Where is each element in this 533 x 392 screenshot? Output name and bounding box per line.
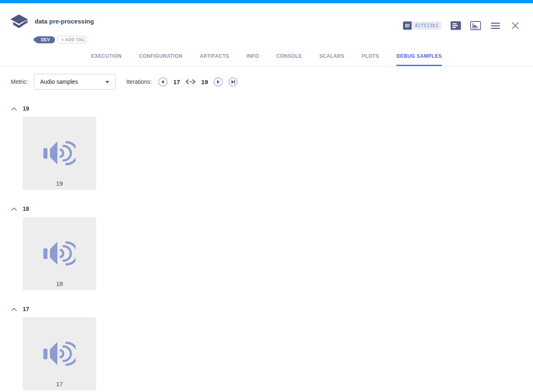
tab[interactable]: PLOTS [362, 53, 379, 66]
details-list-icon [450, 21, 461, 30]
iteration-range-end: 19 [201, 78, 208, 85]
experiment-header: data pre-processing DEV + ADD TAG [0, 3, 533, 66]
sample-caption: 18 [23, 280, 96, 287]
experiment-detail-window: COMPLETED data pre-processing DEV [0, 0, 533, 392]
id-badge: ID [403, 21, 412, 30]
audio-sample-card[interactable]: 17 [23, 317, 96, 390]
metric-label: Metric: [11, 78, 28, 85]
tab-bar: EXECUTION CONFIGURATION ARTIFACTS INFO C… [0, 53, 533, 66]
iteration-range-start: 17 [173, 78, 180, 85]
add-tag-label: + ADD TAG [62, 38, 85, 42]
audio-speaker-icon [43, 340, 76, 366]
iterations-label: Iterations: [126, 78, 152, 85]
sample-caption: 19 [23, 180, 96, 187]
metric-select[interactable]: Audio samples [34, 74, 116, 90]
menu-button[interactable] [490, 21, 501, 31]
hamburger-menu-icon [490, 22, 500, 29]
iteration-controls: 17 19 [158, 77, 237, 87]
histogram-chart-icon [470, 21, 481, 30]
tab[interactable]: CONSOLE [276, 53, 302, 66]
next-iterations-button[interactable] [213, 77, 223, 87]
iteration-section-header: 17 [11, 305, 533, 313]
id-value: 41f513b1 [412, 21, 441, 30]
tab-label: DEBUG SAMPLES [396, 53, 442, 59]
previous-iterations-button[interactable] [158, 77, 168, 87]
audio-sample-card[interactable]: 19 [23, 117, 96, 190]
collapse-chevron-icon[interactable] [11, 307, 17, 311]
iteration-section-header: 18 [11, 205, 533, 213]
add-tag-button[interactable]: + ADD TAG [57, 36, 89, 43]
iteration-section: 18 18 [11, 205, 533, 290]
top-accent-bar [0, 0, 533, 3]
tab-label: SCALARS [319, 53, 344, 59]
header-actions: ID 41f513b1 [403, 21, 521, 31]
metric-selected-value: Audio samples [40, 78, 78, 85]
tab-label: INFO [246, 53, 259, 59]
experiment-id-chip: ID 41f513b1 [403, 21, 441, 30]
tab-label: ARTIFACTS [200, 53, 229, 59]
tab-label: EXECUTION [91, 53, 122, 59]
sample-caption: 17 [23, 380, 96, 387]
iteration-number: 17 [23, 306, 29, 312]
page-title: data pre-processing [35, 14, 94, 25]
tag-chip[interactable]: DEV [35, 36, 55, 43]
tab[interactable]: SCALARS [319, 53, 344, 66]
tab[interactable]: INFO [246, 53, 259, 66]
tab-label: CONSOLE [276, 53, 302, 59]
metrics-view-button[interactable] [470, 21, 481, 31]
debug-samples-list: 19 19 [0, 104, 533, 390]
tab[interactable]: EXECUTION [91, 53, 122, 66]
iteration-section-header: 19 [11, 104, 533, 113]
iteration-section: 17 17 [11, 305, 533, 390]
iteration-section: 19 19 [11, 104, 533, 190]
collapse-chevron-icon[interactable] [11, 107, 17, 111]
audio-sample-card[interactable]: 18 [23, 217, 96, 290]
iteration-number: 19 [23, 105, 29, 112]
audio-speaker-icon [43, 240, 76, 266]
iteration-range-arrow-icon [185, 79, 196, 84]
close-icon [511, 21, 519, 30]
tags-row: DEV + ADD TAG [35, 36, 533, 43]
collapse-chevron-icon[interactable] [11, 207, 17, 211]
tab-label: CONFIGURATION [139, 53, 182, 59]
tab-label: PLOTS [362, 53, 379, 59]
details-view-button[interactable] [450, 21, 461, 31]
tab[interactable]: DEBUG SAMPLES [396, 53, 442, 66]
tag-label: DEV [41, 38, 50, 42]
close-button[interactable] [510, 21, 521, 31]
chevron-down-icon [105, 81, 109, 83]
tab[interactable]: ARTIFACTS [200, 53, 229, 66]
gear-icon [33, 37, 38, 42]
experiment-type-icon [10, 14, 28, 31]
last-iteration-button[interactable] [228, 77, 238, 87]
audio-speaker-icon [43, 139, 76, 166]
tab[interactable]: CONFIGURATION [139, 53, 182, 66]
iteration-number: 18 [23, 205, 29, 212]
debug-samples-toolbar: Metric: Audio samples Iterations: 17 19 [0, 66, 533, 90]
